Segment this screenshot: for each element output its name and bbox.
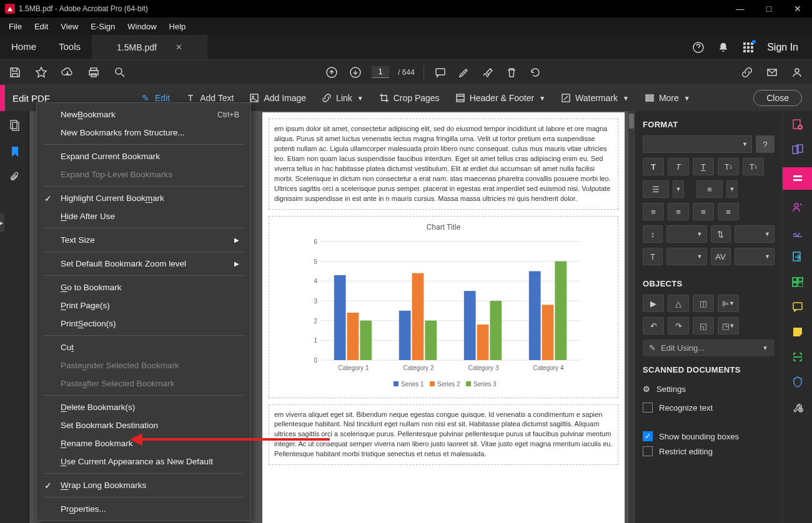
font-family-dropdown[interactable]: ▼: [643, 135, 752, 153]
fill-sign-icon[interactable]: [790, 225, 805, 240]
menu-rename[interactable]: Rename Bookmark: [37, 434, 250, 452]
horizontal-scale-value[interactable]: ▼: [666, 248, 707, 265]
font-help-button[interactable]: ?: [756, 135, 775, 153]
paragraph-spacing-value[interactable]: ▼: [735, 225, 775, 243]
maximize-button[interactable]: □: [755, 0, 783, 17]
more-button[interactable]: More▼: [639, 90, 695, 106]
horizontal-scale-button[interactable]: T: [643, 248, 663, 265]
profile-icon[interactable]: [790, 65, 805, 80]
superscript-button[interactable]: T1: [718, 158, 739, 175]
tab-home[interactable]: Home: [0, 35, 47, 59]
menu-use-current[interactable]: Use Current Appearance as New Default: [37, 452, 250, 471]
minimize-button[interactable]: ―: [726, 0, 755, 17]
rotate-ccw-button[interactable]: ↶: [643, 317, 664, 335]
menu-window[interactable]: Window: [121, 19, 162, 34]
menu-esign[interactable]: E-Sign: [84, 19, 121, 34]
edit-pdf-rail-icon[interactable]: [783, 167, 813, 190]
page-number-input[interactable]: 1: [372, 66, 389, 78]
menu-edit[interactable]: Edit: [28, 19, 54, 34]
comment-icon[interactable]: [433, 65, 448, 80]
arrange-button[interactable]: ◳ ▼: [718, 317, 739, 335]
replace-image-button[interactable]: ◱: [693, 317, 714, 335]
attachments-icon[interactable]: [8, 171, 22, 185]
link-tool-icon[interactable]: [740, 65, 755, 80]
menu-new-bookmark[interactable]: New BookmarkCtrl+B: [37, 105, 250, 124]
align-right-button[interactable]: ≡: [693, 203, 714, 220]
trash-icon[interactable]: [504, 65, 519, 80]
menu-view[interactable]: View: [54, 19, 84, 34]
cloud-icon[interactable]: [60, 65, 75, 80]
flip-v-button[interactable]: △: [668, 295, 689, 312]
menu-text-size[interactable]: Text Size▶: [37, 231, 250, 249]
paragraph-spacing-button[interactable]: ⇅: [711, 225, 731, 243]
watermark-button[interactable]: Watermark▼: [555, 90, 634, 106]
export-icon[interactable]: [790, 250, 805, 265]
scan-icon-rail[interactable]: [790, 349, 805, 364]
menu-goto[interactable]: Go to Bookmark: [37, 278, 250, 296]
header-footer-button[interactable]: Header & Footer▼: [450, 90, 550, 106]
star-icon[interactable]: [34, 65, 49, 80]
menu-print-sections[interactable]: Print Section(s): [37, 315, 250, 333]
numbered-dropdown[interactable]: ▼: [726, 180, 738, 198]
menu-hide-after[interactable]: Hide After Use: [37, 207, 250, 225]
rotate-cw-button[interactable]: ↷: [668, 317, 689, 335]
rotate-icon[interactable]: [528, 65, 543, 80]
menu-print-pages[interactable]: Print Page(s): [37, 296, 250, 315]
page-down-icon[interactable]: [348, 65, 363, 80]
request-sign-icon[interactable]: [790, 200, 805, 215]
line-spacing-button[interactable]: ↕: [643, 225, 663, 243]
crop-object-button[interactable]: ◫: [693, 295, 714, 312]
sign-icon[interactable]: [480, 65, 495, 80]
menu-help[interactable]: Help: [163, 19, 192, 34]
thumbnails-icon[interactable]: [8, 119, 22, 132]
print-icon[interactable]: [86, 65, 101, 80]
italic-button[interactable]: T: [668, 158, 689, 175]
menu-expand-current[interactable]: Expand Current Bookmark: [37, 147, 250, 165]
line-spacing-value[interactable]: ▼: [666, 225, 707, 243]
settings-row[interactable]: ⚙Settings: [643, 381, 775, 398]
menu-wrap[interactable]: ✓Wrap Long Bookmarks: [37, 476, 250, 494]
bell-icon[interactable]: [717, 41, 730, 54]
align-justify-button[interactable]: ≡: [718, 203, 739, 220]
page-up-icon[interactable]: [324, 65, 339, 80]
protect-icon[interactable]: [790, 374, 805, 389]
add-image-button[interactable]: Add Image: [244, 90, 311, 106]
bullet-list-button[interactable]: ☰: [643, 180, 669, 198]
more-tools-icon[interactable]: [790, 399, 805, 414]
mail-icon[interactable]: [765, 65, 780, 80]
vertical-scrollbar[interactable]: [628, 111, 635, 523]
sign-in-button[interactable]: Sign In: [767, 42, 798, 53]
create-pdf-icon[interactable]: [790, 117, 805, 132]
crop-button[interactable]: Crop Pages: [374, 90, 445, 106]
bookmark-icon[interactable]: [8, 145, 22, 159]
tab-close-icon[interactable]: ✕: [176, 42, 182, 52]
close-window-button[interactable]: ✕: [783, 0, 812, 17]
text-block-2[interactable]: em viverra aliquet eget sit. Bibendum ne…: [269, 404, 618, 466]
menu-set-destination[interactable]: Set Bookmark Destination: [37, 416, 250, 434]
recognize-text-checkbox[interactable]: Recognize text: [643, 403, 775, 413]
organize-icon[interactable]: [790, 275, 805, 290]
save-icon[interactable]: [7, 65, 22, 80]
menu-delete[interactable]: Delete Bookmark(s): [37, 398, 250, 416]
restrict-editing-checkbox[interactable]: Restrict editing: [643, 446, 775, 456]
flip-h-button[interactable]: ▶: [643, 295, 664, 312]
char-spacing-button[interactable]: AV: [711, 248, 731, 265]
align-left-button[interactable]: ≡: [643, 203, 664, 220]
menu-file[interactable]: File: [2, 19, 28, 34]
edit-using-dropdown[interactable]: ✎ Edit Using... ▼: [643, 340, 775, 356]
sticky-note-icon[interactable]: [790, 325, 805, 340]
menu-properties[interactable]: Properties...: [37, 500, 250, 518]
text-block[interactable]: em ipsum dolor sit amet, consectetur adi…: [269, 119, 618, 210]
align-center-button[interactable]: ≡: [668, 203, 689, 220]
menu-default-zoom[interactable]: Set Default Bookmark Zoom level▶: [37, 255, 250, 273]
highlight-icon[interactable]: [457, 65, 472, 80]
help-icon[interactable]: [692, 41, 705, 54]
align-object-button[interactable]: ⊫ ▼: [718, 295, 739, 312]
bold-button[interactable]: T: [643, 158, 664, 175]
chart-block[interactable]: Chart Title 0123456Category 1Category 2C…: [269, 216, 618, 398]
apps-icon[interactable]: [742, 41, 755, 54]
combine-icon[interactable]: [790, 142, 805, 157]
comment-rail-icon[interactable]: [790, 300, 805, 315]
search-icon[interactable]: [112, 65, 127, 80]
bullet-dropdown[interactable]: ▼: [673, 180, 684, 198]
